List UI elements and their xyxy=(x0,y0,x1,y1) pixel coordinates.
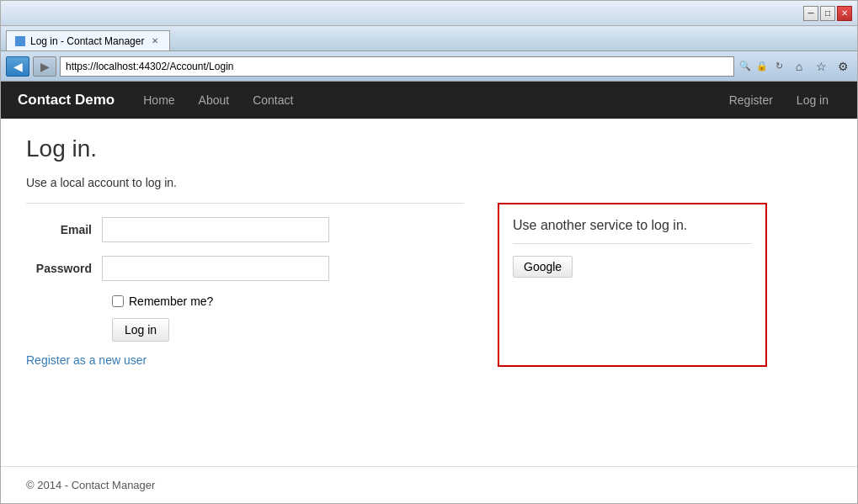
settings-icon[interactable]: ⚙ xyxy=(834,57,852,76)
external-title: Use another service to log in. xyxy=(513,218,752,233)
page-footer: © 2014 - Contact Manager xyxy=(1,466,857,503)
browser-right-icons: ⌂ ☆ ⚙ xyxy=(790,57,852,76)
address-bar: ◀ ▶ https://localhost:44302/Account/Logi… xyxy=(1,51,857,82)
nav-right: Register Log in xyxy=(717,82,840,119)
email-label: Email xyxy=(26,223,102,236)
login-container: Email Password Remember me? Log in Regis… xyxy=(26,203,832,367)
tab-title: Log in - Contact Manager xyxy=(30,35,144,47)
browser-tab[interactable]: Log in - Contact Manager ✕ xyxy=(6,30,170,50)
minimize-button[interactable]: ─ xyxy=(803,6,818,21)
password-group: Password xyxy=(26,256,464,281)
url-icons: 🔍 🔒 ↻ xyxy=(738,59,786,74)
email-group: Email xyxy=(26,217,464,242)
url-text: https://localhost:44302/Account/Login xyxy=(66,61,233,72)
window-controls: ─ □ ✕ xyxy=(803,6,852,21)
search-icon[interactable]: 🔍 xyxy=(738,59,753,74)
external-login-panel: Use another service to log in. Google xyxy=(498,203,767,367)
nav-link-register[interactable]: Register xyxy=(717,82,785,119)
nav-link-login[interactable]: Log in xyxy=(785,82,840,119)
google-login-button[interactable]: Google xyxy=(513,256,573,278)
external-divider xyxy=(513,243,752,244)
nav-link-home[interactable]: Home xyxy=(131,82,186,119)
remember-label: Remember me? xyxy=(129,294,213,308)
app-navbar: Contact Demo Home About Contact Register… xyxy=(1,82,857,119)
nav-links: Home About Contact xyxy=(131,82,305,119)
nav-link-about[interactable]: About xyxy=(187,82,242,119)
lock-icon: 🔒 xyxy=(754,59,770,74)
page-title: Log in. xyxy=(26,135,832,162)
maximize-button[interactable]: □ xyxy=(820,6,835,21)
close-button[interactable]: ✕ xyxy=(837,6,852,21)
url-box[interactable]: https://localhost:44302/Account/Login xyxy=(60,56,734,77)
page-subtitle: Use a local account to log in. xyxy=(26,176,832,189)
footer-text: © 2014 - Contact Manager xyxy=(26,479,155,491)
browser-window: ─ □ ✕ Log in - Contact Manager ✕ ◀ ▶ htt… xyxy=(0,0,858,504)
forward-button[interactable]: ▶ xyxy=(33,56,56,77)
nav-link-contact[interactable]: Contact xyxy=(241,82,305,119)
tab-close-button[interactable]: ✕ xyxy=(149,35,161,47)
form-divider xyxy=(26,203,464,204)
tab-favicon xyxy=(15,36,25,46)
favorites-icon[interactable]: ☆ xyxy=(812,57,830,76)
remember-checkbox[interactable] xyxy=(112,295,124,307)
password-input[interactable] xyxy=(102,256,329,281)
refresh-icon[interactable]: ↻ xyxy=(771,59,786,74)
remember-group: Remember me? xyxy=(112,294,464,308)
password-label: Password xyxy=(26,262,102,275)
local-login: Email Password Remember me? Log in Regis… xyxy=(26,203,464,367)
register-link[interactable]: Register as a new user xyxy=(26,353,464,367)
email-input[interactable] xyxy=(102,217,329,242)
login-button[interactable]: Log in xyxy=(112,318,169,342)
page-content: Log in. Use a local account to log in. E… xyxy=(1,119,857,466)
back-button[interactable]: ◀ xyxy=(6,56,29,77)
title-bar: ─ □ ✕ xyxy=(1,1,857,26)
home-icon[interactable]: ⌂ xyxy=(790,57,808,76)
app-brand[interactable]: Contact Demo xyxy=(18,92,115,109)
tab-bar: Log in - Contact Manager ✕ xyxy=(1,26,857,51)
